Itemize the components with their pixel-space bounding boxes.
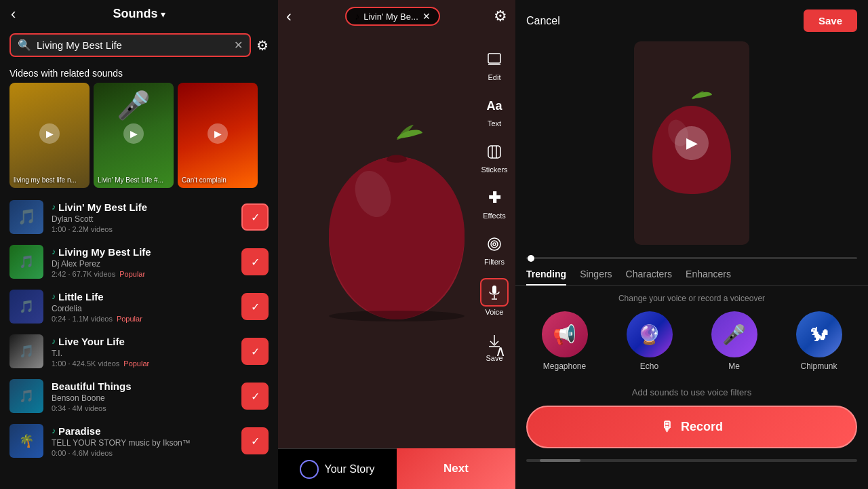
video-thumbnail-2[interactable]: 🎤 ▶ Livin' My Best Life #... — [94, 83, 174, 188]
voice-label: Voice — [486, 308, 504, 316]
song-meta: 0:00 · 4.6M videos — [52, 449, 233, 457]
song-thumbnail: 🎵 — [9, 200, 43, 234]
song-item[interactable]: 🎵 Beautiful Things Benson Boone 0:34 · 4… — [0, 374, 278, 418]
save-button[interactable]: Save — [804, 9, 857, 32]
tool-stickers[interactable]: Stickers — [480, 140, 509, 174]
video-panel: ‹ ♪ Livin' My Be... ✕ ⚙ — [278, 0, 515, 489]
song-select-button[interactable]: ✓ — [241, 203, 269, 231]
scroll-indicator — [540, 459, 580, 462]
song-select-button[interactable]: ✓ — [241, 427, 269, 454]
search-filter-button[interactable]: ⚙ — [256, 37, 269, 54]
thumb-label-3: Can't complain — [182, 176, 254, 184]
effect-megaphone[interactable]: 📢 Megaphone — [526, 311, 603, 371]
record-button[interactable]: 🎙 Record — [526, 406, 857, 448]
search-input[interactable] — [37, 39, 229, 51]
search-clear-button[interactable]: ✕ — [234, 39, 243, 52]
edit-icon — [482, 47, 507, 72]
tab-singers[interactable]: Singers — [580, 263, 612, 285]
close-icon[interactable]: ✕ — [422, 11, 431, 22]
gear-button[interactable]: ⚙ — [494, 7, 507, 25]
song-select-button[interactable]: ✓ — [241, 338, 269, 365]
effect-me[interactable]: 🎤 Me — [696, 311, 772, 371]
video-thumbnail-3[interactable]: ▶ Can't complain — [178, 83, 258, 188]
preview-play-button[interactable]: ▶ — [675, 126, 709, 160]
tool-voice[interactable]: Voice — [480, 278, 509, 316]
effect-chipmunk[interactable]: 🐿 Chipmunk — [781, 311, 857, 371]
voice-subtitle: Change your voice or record a voiceover — [515, 291, 868, 311]
song-item[interactable]: 🎵 ♪ Little Life Cordelia 0:24 · 1.1M vid… — [0, 284, 278, 329]
effect-echo-label: Echo — [640, 361, 658, 371]
song-item[interactable]: 🎵 ♪ Livin' My Best Life Dylan Scott 1:00… — [0, 195, 278, 239]
voice-icon — [480, 278, 509, 307]
megaphone-icon: 📢 — [542, 311, 588, 357]
songs-list: 🎵 ♪ Livin' My Best Life Dylan Scott 1:00… — [0, 195, 278, 489]
song-artist: Dj Alex Perez — [52, 259, 233, 269]
sounds-panel: ‹ Sounds▾ 🔍 ✕ ⚙ Videos with related soun… — [0, 0, 278, 489]
effects-icon: ✚ — [482, 186, 507, 210]
song-select-button[interactable]: ✓ — [241, 248, 269, 275]
effects-label: Effects — [483, 212, 505, 220]
tab-characters[interactable]: Characters — [626, 263, 672, 285]
sound-chip[interactable]: ♪ Livin' My Be... ✕ — [345, 7, 440, 26]
video-back-button[interactable]: ‹ — [286, 7, 292, 26]
svg-point-9 — [491, 241, 498, 248]
music-note-icon: ♪ — [355, 11, 359, 22]
song-thumbnail: 🎵 — [9, 334, 43, 368]
story-inner-circle — [304, 465, 314, 474]
video-thumbnail-1[interactable]: ▶ living my best life n... — [9, 83, 90, 188]
stickers-icon — [482, 140, 507, 164]
play-icon[interactable]: ▶ — [39, 123, 60, 144]
collapse-arrow[interactable]: ∧ — [495, 343, 506, 360]
video-preview: ▶ — [634, 41, 749, 245]
song-artist: Cordelia — [52, 304, 233, 313]
svg-rect-3 — [488, 54, 500, 63]
your-story-button[interactable]: Your Story — [278, 448, 397, 489]
music-note-icon: ♪ — [52, 336, 56, 346]
me-icon: 🎤 — [711, 311, 757, 357]
record-label: Record — [681, 420, 723, 434]
song-meta: 1:00 · 2.2M videos — [52, 225, 233, 233]
song-name: Little Life — [58, 291, 104, 302]
song-name: Live Your Life — [58, 336, 125, 347]
song-meta: 0:24 · 1.1M videos Popular — [52, 315, 233, 323]
thumb-label-1: living my best life n... — [14, 176, 85, 184]
echo-icon: 🔮 — [627, 311, 673, 357]
tool-effects[interactable]: ✚ Effects — [480, 186, 509, 220]
effect-me-label: Me — [728, 361, 740, 371]
svg-point-10 — [493, 243, 496, 246]
song-info: ♪ Little Life Cordelia 0:24 · 1.1M video… — [52, 291, 233, 323]
svg-rect-11 — [492, 286, 496, 294]
song-select-button[interactable]: ✓ — [241, 383, 269, 410]
svg-point-8 — [488, 238, 500, 250]
text-label: Text — [488, 119, 501, 128]
next-button[interactable]: Next — [397, 448, 515, 489]
music-note-icon: ♪ — [52, 202, 56, 212]
story-circle-icon — [300, 460, 319, 479]
play-icon[interactable]: ▶ — [208, 123, 228, 144]
tool-edit[interactable]: Edit — [480, 47, 509, 81]
video-bottom-bar: Your Story Next — [278, 448, 515, 489]
progress-dot — [528, 255, 534, 262]
song-info: ♪ Paradise TELL YOUR STORY music by Ikso… — [52, 425, 233, 457]
sounds-back-button[interactable]: ‹ — [11, 5, 16, 23]
tab-enhancers[interactable]: Enhancers — [686, 263, 731, 285]
song-thumbnail: 🎵 — [9, 290, 43, 324]
video-nav-bar: ‹ ♪ Livin' My Be... ✕ ⚙ — [278, 0, 515, 33]
song-item[interactable]: 🎵 ♪ Live Your Life T.I. 1:00 · 424.5K vi… — [0, 329, 278, 374]
play-icon[interactable]: ▶ — [123, 123, 144, 144]
tool-text[interactable]: Aa Text — [480, 94, 509, 128]
cancel-button[interactable]: Cancel — [526, 15, 560, 27]
song-select-button[interactable]: ✓ — [241, 293, 269, 320]
voice-tabs: Trending Singers Characters Enhancers — [515, 263, 868, 286]
song-name: Livin' My Best Life — [58, 201, 147, 213]
tab-trending[interactable]: Trending — [526, 263, 566, 285]
mic-icon: 🎙 — [660, 419, 674, 435]
thumb-label-2: Livin' My Best Life #... — [98, 176, 170, 184]
effect-echo[interactable]: 🔮 Echo — [611, 311, 688, 371]
song-info: ♪ Living My Best Life Dj Alex Perez 2:42… — [52, 246, 233, 278]
tool-filters[interactable]: Filters — [480, 232, 509, 266]
popular-badge: Popular — [117, 315, 142, 323]
song-item[interactable]: 🌴 ♪ Paradise TELL YOUR STORY music by Ik… — [0, 418, 278, 463]
song-info: Beautiful Things Benson Boone 0:34 · 4M … — [52, 380, 233, 412]
song-item[interactable]: 🎵 ♪ Living My Best Life Dj Alex Perez 2:… — [0, 239, 278, 284]
